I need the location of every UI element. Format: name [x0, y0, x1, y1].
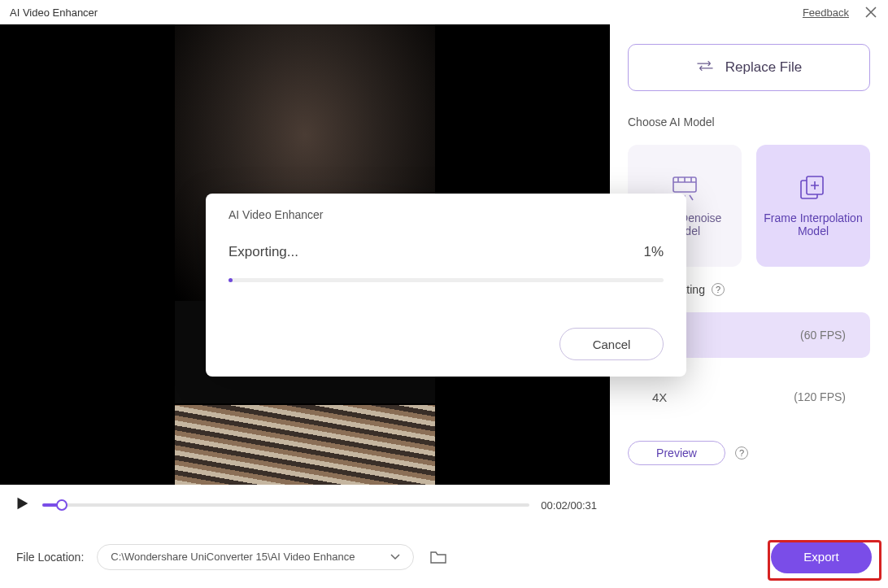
frame-plus-icon: [797, 174, 829, 203]
export-button[interactable]: Export: [771, 541, 872, 573]
feedback-link[interactable]: Feedback: [803, 7, 849, 19]
export-progress: [229, 278, 664, 282]
footer: File Location: C:\Wondershare UniConvert…: [0, 525, 888, 588]
export-status: Exporting...: [229, 244, 298, 260]
app-title: AI Video Enhancer: [10, 7, 98, 19]
export-label: Export: [803, 550, 838, 564]
choose-model-label: Choose AI Model: [628, 115, 870, 128]
export-dialog: AI Video Enhancer Exporting... 1% Cancel: [206, 194, 686, 377]
progress-track[interactable]: [42, 503, 529, 507]
file-path: C:\Wondershare UniConverter 15\AI Video …: [111, 551, 355, 563]
fps-label-120: (120 FPS): [794, 390, 846, 403]
preview-label: Preview: [656, 446, 697, 460]
model-frame-label: Frame Interpolation Model: [763, 211, 864, 237]
cancel-button[interactable]: Cancel: [559, 328, 664, 360]
cancel-label: Cancel: [593, 338, 631, 351]
export-percent: 1%: [643, 244, 664, 260]
close-icon[interactable]: [864, 5, 878, 20]
player-bar: 00:02/00:31: [0, 485, 610, 525]
fps-mult-4x: 4X: [652, 390, 667, 404]
file-location-select[interactable]: C:\Wondershare UniConverter 15\AI Video …: [97, 544, 414, 570]
swap-icon: [696, 59, 714, 76]
open-folder-button[interactable]: [427, 546, 450, 568]
model-frame-interpolation[interactable]: Frame Interpolation Model: [756, 145, 870, 267]
help-icon[interactable]: ?: [712, 283, 725, 296]
time-display: 00:02/00:31: [541, 499, 597, 512]
fps-label-60: (60 FPS): [800, 329, 846, 342]
replace-file-label: Replace File: [725, 59, 803, 76]
titlebar: AI Video Enhancer Feedback: [0, 0, 888, 24]
progress-thumb[interactable]: [56, 499, 67, 511]
preview-button[interactable]: Preview: [628, 441, 725, 465]
dialog-title: AI Video Enhancer: [229, 208, 664, 221]
chevron-down-icon: [390, 551, 400, 563]
fps-option-4x[interactable]: 4X (120 FPS): [628, 374, 870, 420]
file-location-label: File Location:: [16, 551, 84, 564]
help-icon[interactable]: ?: [735, 446, 748, 460]
play-icon[interactable]: [13, 494, 31, 516]
replace-file-button[interactable]: Replace File: [628, 44, 870, 91]
